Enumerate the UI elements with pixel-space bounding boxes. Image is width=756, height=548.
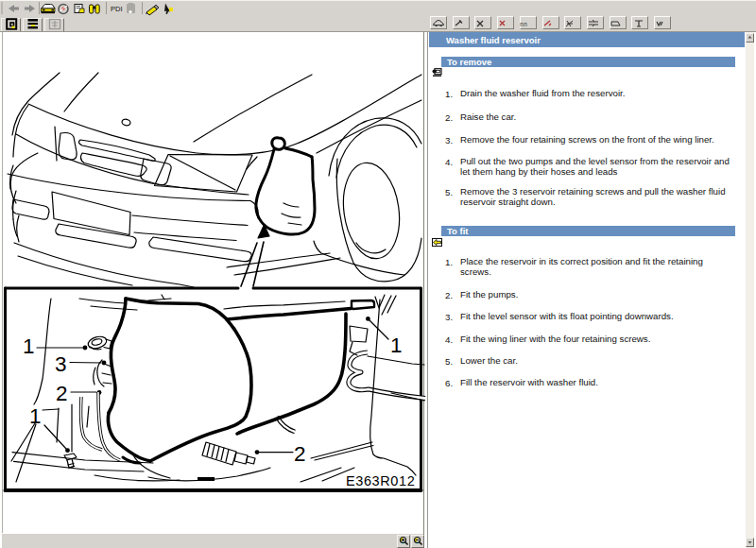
svg-text:2: 2 bbox=[294, 442, 306, 466]
svg-text:1: 1 bbox=[23, 334, 35, 358]
svg-text:1: 1 bbox=[390, 334, 403, 357]
svg-text:3: 3 bbox=[55, 352, 67, 376]
svg-text:E363R012: E363R012 bbox=[346, 473, 415, 488]
svg-text:1: 1 bbox=[29, 404, 42, 428]
svg-text:2: 2 bbox=[56, 382, 68, 405]
